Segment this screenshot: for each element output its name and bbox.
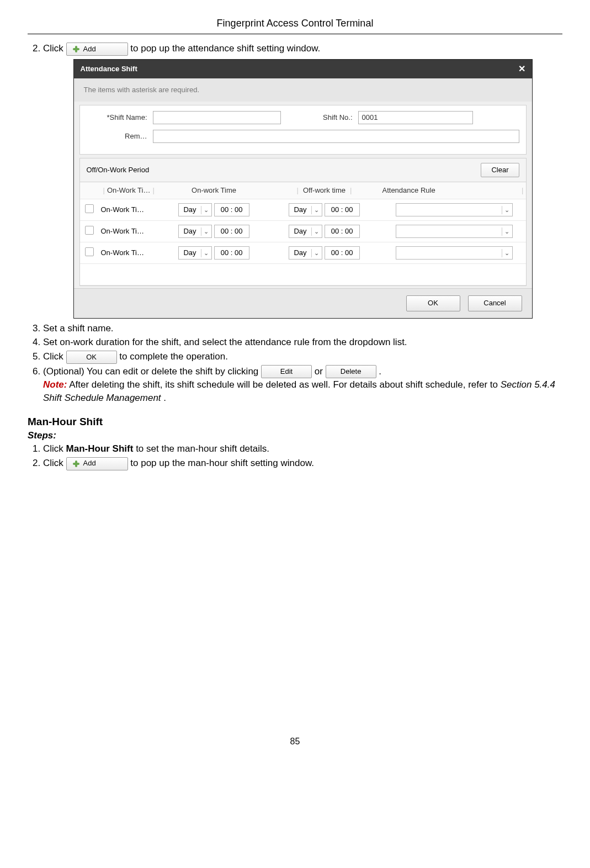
attendance-rule-select[interactable]: ⌄: [396, 246, 513, 260]
chevron-down-icon: ⌄: [502, 249, 512, 257]
step-5-post: to complete the operation.: [119, 351, 228, 362]
row-checkbox[interactable]: [85, 247, 94, 256]
offwork-time-input[interactable]: 00 : 00: [325, 225, 360, 238]
onwork-time-input[interactable]: 00 : 00: [214, 203, 249, 216]
onwork-day-select[interactable]: Day⌄: [178, 203, 211, 216]
add-button-label: Add: [83, 44, 96, 54]
step-2-post: to pop up the attendance shift setting w…: [130, 43, 320, 54]
offwork-day-select[interactable]: Day⌄: [289, 203, 322, 216]
row-name: On-Work Ti…: [99, 205, 162, 215]
chevron-down-icon: ⌄: [311, 227, 322, 236]
offwork-day-select[interactable]: Day⌄: [289, 225, 322, 238]
edit-button[interactable]: Edit: [261, 365, 312, 378]
remark-label: Rem…: [87, 131, 153, 141]
note-end: .: [163, 393, 166, 403]
shift-no-input[interactable]: 0001: [358, 111, 473, 124]
row-checkbox[interactable]: [85, 204, 94, 213]
cancel-button[interactable]: Cancel: [468, 295, 522, 311]
attendance-rule-select[interactable]: ⌄: [396, 203, 513, 216]
close-icon[interactable]: ✕: [518, 63, 525, 75]
add-button[interactable]: Add: [66, 457, 128, 470]
remark-row: Rem…: [87, 130, 519, 143]
dialog-title: Attendance Shift: [81, 64, 137, 74]
attendance-shift-dialog: Attendance Shift ✕ The items with asteri…: [73, 59, 533, 319]
step-4: Set on-work duration for the shift, and …: [43, 336, 562, 349]
add-button-label: Add: [83, 458, 96, 468]
chevron-down-icon: ⌄: [201, 227, 211, 236]
row-name: On-Work Ti…: [99, 248, 162, 258]
step-6-mid: or: [315, 366, 326, 377]
page-header: Fingerprint Access Control Terminal: [28, 17, 562, 34]
chevron-down-icon: ⌄: [201, 206, 211, 214]
chevron-down-icon: ⌄: [201, 249, 211, 257]
grid-header: |On-Work Ti…| On-work Time |Off-work tim…: [80, 182, 526, 199]
steps-list-manhour: Click Man-Hour Shift to set the man-hour…: [28, 442, 562, 470]
shift-name-label: *Shift Name:: [87, 113, 153, 123]
table-row: On-Work Ti… Day⌄ 00 : 00 Day⌄ 00 : 00 ⌄: [80, 242, 526, 264]
step-2: Click Add to pop up the attendance shift…: [43, 42, 562, 318]
shift-name-row: *Shift Name: Shift No.: 0001: [87, 111, 519, 124]
required-hint: The items with asterisk are required.: [74, 78, 532, 102]
step-6-pre: (Optional) You can edit or delete the sh…: [43, 366, 261, 377]
step-5: Click OK to complete the operation.: [43, 350, 562, 364]
ok-button[interactable]: OK: [406, 295, 460, 311]
mh-s2-post: to pop up the man-hour shift setting win…: [130, 458, 314, 468]
offwork-time-input[interactable]: 00 : 00: [325, 246, 360, 260]
step-3: Set a shift name.: [43, 322, 562, 335]
step-2-pre: Click: [43, 43, 66, 54]
plus-icon: [72, 45, 80, 53]
chevron-down-icon: ⌄: [311, 249, 322, 257]
table-row: On-Work Ti… Day⌄ 00 : 00 Day⌄ 00 : 00 ⌄: [80, 221, 526, 242]
onwork-time-input[interactable]: 00 : 00: [214, 225, 249, 238]
period-grid: |On-Work Ti…| On-work Time |Off-work tim…: [79, 182, 527, 286]
page-number: 85: [28, 735, 562, 748]
shift-name-input[interactable]: [153, 111, 281, 124]
col-offtime: Off-work time: [303, 186, 346, 195]
row-checkbox[interactable]: [85, 226, 94, 235]
col-rule: Attendance Rule: [382, 186, 435, 195]
modal-screenshot-wrap: Attendance Shift ✕ The items with asteri…: [43, 59, 562, 319]
step-6-post: .: [379, 366, 381, 377]
note-label: Note:: [43, 379, 67, 390]
ok-button-inline[interactable]: OK: [66, 351, 117, 364]
shift-no-label: Shift No.:: [281, 113, 358, 123]
delete-button[interactable]: Delete: [326, 365, 376, 378]
onwork-time-input[interactable]: 00 : 00: [214, 246, 249, 260]
step-6: (Optional) You can edit or delete the sh…: [43, 365, 562, 405]
table-row: On-Work Ti… Day⌄ 00 : 00 Day⌄ 00 : 00 ⌄: [80, 199, 526, 221]
steps-list-top: Click Add to pop up the attendance shift…: [28, 42, 562, 405]
dialog-titlebar: Attendance Shift ✕: [74, 60, 532, 78]
plus-icon: [72, 460, 80, 468]
chevron-down-icon: ⌄: [502, 227, 512, 236]
onwork-day-select[interactable]: Day⌄: [178, 225, 211, 238]
chevron-down-icon: ⌄: [502, 206, 512, 214]
period-section-header: Off/On-Work Period Clear: [79, 158, 527, 182]
mh-s1-bold: Man-Hour Shift: [66, 443, 134, 454]
manhour-step-1: Click Man-Hour Shift to set the man-hour…: [43, 442, 562, 456]
dialog-footer: OK Cancel: [74, 288, 532, 317]
offwork-day-select[interactable]: Day⌄: [289, 246, 322, 260]
remark-input[interactable]: [153, 130, 519, 143]
attendance-rule-select[interactable]: ⌄: [396, 225, 513, 238]
steps-label: Steps:: [28, 429, 562, 442]
col-ontime: On-work Time: [192, 186, 236, 195]
form-panel: *Shift Name: Shift No.: 0001 Rem…: [79, 105, 527, 155]
manhour-step-2: Click Add to pop up the man-hour shift s…: [43, 457, 562, 470]
onwork-day-select[interactable]: Day⌄: [178, 246, 211, 260]
chevron-down-icon: ⌄: [311, 206, 322, 214]
clear-button[interactable]: Clear: [481, 163, 519, 177]
mh-s1-post: to set the man-hour shift details.: [136, 443, 269, 454]
step-5-pre: Click: [43, 351, 66, 362]
col-name: On-Work Ti…: [107, 186, 151, 194]
mh-s2-pre: Click: [43, 458, 66, 468]
period-section-title: Off/On-Work Period: [87, 165, 150, 175]
manhour-heading: Man-Hour Shift: [28, 415, 562, 430]
mh-s1-pre: Click: [43, 443, 66, 454]
row-name: On-Work Ti…: [99, 226, 162, 236]
note-text: After deleting the shift, its shift sche…: [69, 379, 500, 390]
add-button[interactable]: Add: [66, 43, 128, 56]
offwork-time-input[interactable]: 00 : 00: [325, 203, 360, 216]
table-row-empty: [80, 264, 526, 285]
